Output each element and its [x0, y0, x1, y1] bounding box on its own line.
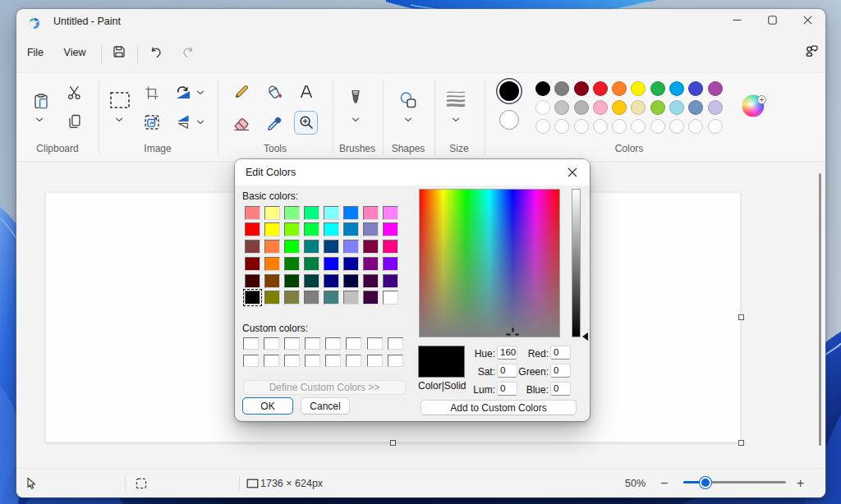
rotate-dropdown-chevron[interactable]: [196, 90, 204, 95]
text-tool-button[interactable]: [298, 84, 315, 100]
basic-color-swatch[interactable]: [245, 291, 260, 305]
custom-color-swatch[interactable]: [305, 355, 320, 367]
palette-color-swatch[interactable]: [688, 81, 703, 96]
palette-color-swatch[interactable]: [574, 81, 589, 96]
palette-color-swatch[interactable]: [593, 119, 608, 134]
select-button[interactable]: [109, 90, 131, 110]
palette-color-swatch[interactable]: [708, 81, 723, 96]
custom-color-swatch[interactable]: [367, 355, 383, 367]
custom-color-swatch[interactable]: [264, 337, 279, 350]
basic-color-swatch[interactable]: [264, 206, 280, 220]
palette-color-swatch[interactable]: [669, 119, 684, 134]
pencil-tool-button[interactable]: [233, 84, 250, 101]
basic-color-swatch[interactable]: [363, 206, 379, 220]
basic-color-swatch[interactable]: [343, 222, 359, 236]
basic-color-swatch[interactable]: [264, 274, 280, 288]
canvas-resize-handle-right[interactable]: [738, 314, 744, 320]
basic-color-swatch[interactable]: [284, 206, 300, 220]
dialog-close-button[interactable]: [555, 159, 590, 186]
canvas-resize-handle-corner[interactable]: [738, 440, 744, 446]
basic-color-swatch[interactable]: [363, 240, 379, 254]
size-dropdown-chevron[interactable]: [453, 117, 460, 122]
zoom-in-button[interactable]: +: [797, 469, 804, 498]
basic-color-swatch[interactable]: [304, 222, 319, 236]
brushes-button[interactable]: [347, 89, 364, 108]
basic-color-swatch[interactable]: [284, 222, 300, 236]
magnifier-tool-button[interactable]: [298, 114, 315, 131]
palette-color-swatch[interactable]: [593, 81, 608, 96]
select-dropdown-chevron[interactable]: [116, 117, 123, 122]
flip-dropdown-chevron[interactable]: [196, 120, 204, 125]
basic-color-swatch[interactable]: [383, 257, 398, 271]
basic-color-swatch[interactable]: [284, 240, 300, 254]
rotate-button[interactable]: [174, 85, 192, 101]
basic-color-swatch[interactable]: [383, 274, 398, 288]
basic-color-swatch[interactable]: [245, 240, 260, 254]
luminance-slider[interactable]: [572, 189, 581, 337]
custom-color-swatch[interactable]: [305, 337, 320, 350]
palette-color-swatch[interactable]: [708, 119, 723, 134]
background-color-well[interactable]: [499, 110, 519, 130]
basic-color-swatch[interactable]: [284, 274, 300, 288]
basic-color-swatch[interactable]: [363, 257, 379, 271]
basic-color-swatch[interactable]: [264, 257, 280, 271]
basic-color-swatch[interactable]: [343, 240, 359, 254]
basic-color-swatch[interactable]: [343, 257, 359, 271]
close-button[interactable]: [789, 9, 825, 30]
copy-button[interactable]: [67, 114, 83, 130]
flip-button[interactable]: [174, 113, 192, 131]
custom-color-swatch[interactable]: [346, 355, 361, 367]
menu-view[interactable]: View: [57, 41, 92, 64]
basic-color-swatch[interactable]: [343, 206, 359, 220]
maximize-button[interactable]: [754, 9, 790, 30]
basic-color-swatch[interactable]: [383, 291, 398, 305]
palette-color-swatch[interactable]: [631, 81, 646, 96]
palette-color-swatch[interactable]: [612, 119, 627, 134]
basic-color-swatch[interactable]: [383, 206, 398, 220]
basic-color-swatch[interactable]: [245, 274, 260, 288]
basic-color-swatch[interactable]: [264, 291, 280, 305]
palette-color-swatch[interactable]: [650, 100, 665, 115]
palette-color-swatch[interactable]: [650, 119, 665, 134]
palette-color-swatch[interactable]: [554, 119, 569, 134]
fill-tool-button[interactable]: [265, 83, 283, 101]
hue-saturation-field[interactable]: [419, 189, 560, 337]
custom-color-swatch[interactable]: [367, 337, 383, 350]
crop-button[interactable]: [144, 85, 160, 101]
basic-color-swatch[interactable]: [324, 240, 339, 254]
palette-color-swatch[interactable]: [688, 119, 703, 134]
add-to-custom-colors-button[interactable]: Add to Custom Colors: [420, 400, 577, 415]
custom-color-swatch[interactable]: [388, 337, 403, 350]
zoom-slider-thumb[interactable]: [700, 477, 711, 488]
basic-color-swatch[interactable]: [284, 257, 300, 271]
paste-dropdown-chevron[interactable]: [36, 117, 44, 122]
menu-file[interactable]: File: [18, 41, 53, 64]
ok-button[interactable]: OK: [242, 397, 293, 415]
feedback-button[interactable]: [798, 39, 825, 62]
basic-color-swatch[interactable]: [304, 240, 319, 254]
palette-color-swatch[interactable]: [612, 81, 627, 96]
palette-color-swatch[interactable]: [708, 100, 723, 115]
basic-color-swatch[interactable]: [304, 257, 319, 271]
custom-color-swatch[interactable]: [243, 355, 259, 367]
palette-color-swatch[interactable]: [631, 100, 646, 115]
eraser-tool-button[interactable]: [232, 116, 250, 132]
vertical-scrollbar[interactable]: [819, 173, 821, 446]
basic-color-swatch[interactable]: [343, 291, 359, 305]
palette-color-swatch[interactable]: [631, 119, 646, 134]
brushes-dropdown-chevron[interactable]: [352, 117, 360, 122]
custom-color-swatch[interactable]: [284, 355, 300, 367]
resize-button[interactable]: [144, 114, 161, 131]
basic-color-swatch[interactable]: [284, 291, 300, 305]
basic-color-swatch[interactable]: [304, 291, 319, 305]
basic-color-swatch[interactable]: [324, 274, 339, 288]
blue-input[interactable]: 0: [550, 382, 571, 396]
shapes-dropdown-chevron[interactable]: [405, 117, 412, 122]
foreground-color-well[interactable]: [499, 81, 519, 101]
undo-button[interactable]: [144, 39, 168, 64]
palette-color-swatch[interactable]: [574, 119, 589, 134]
palette-color-swatch[interactable]: [535, 81, 550, 96]
palette-color-swatch[interactable]: [650, 81, 665, 96]
minimize-button[interactable]: [719, 9, 755, 30]
basic-color-swatch[interactable]: [363, 222, 379, 236]
